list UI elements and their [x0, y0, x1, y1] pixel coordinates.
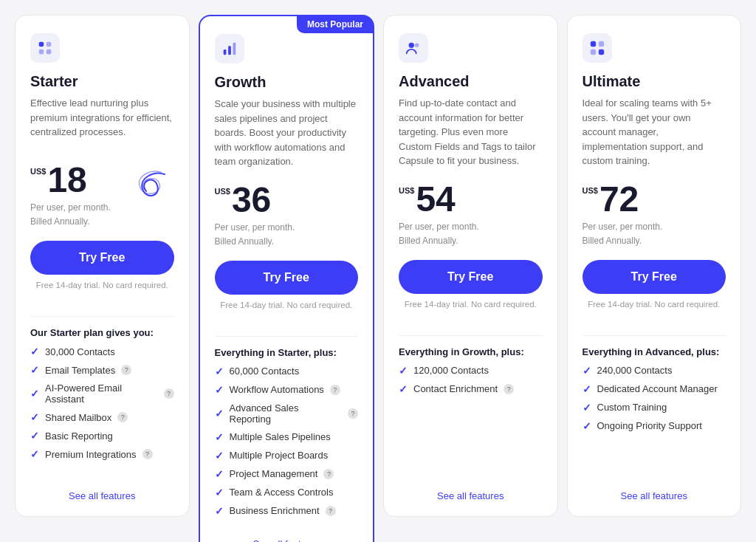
check-icon: ✓	[30, 448, 39, 460]
try-free-button-growth[interactable]: Try Free	[215, 261, 359, 295]
try-free-button-ultimate[interactable]: Try Free	[583, 260, 726, 294]
trial-note-ultimate: Free 14-day trial. No card required.	[583, 300, 726, 309]
check-icon: ✓	[30, 364, 39, 376]
see-all-link-growth[interactable]: See all features	[215, 524, 359, 542]
feature-text: Multiple Project Boards	[230, 450, 329, 461]
feature-item: ✓ Email Templates ?	[30, 364, 174, 376]
see-all-link-ultimate[interactable]: See all features	[583, 476, 726, 501]
plan-description-growth: Scale your business with multiple sales …	[215, 97, 359, 169]
feature-text: Project Management	[230, 468, 318, 479]
starter-icon	[30, 33, 60, 63]
feature-text: 240,000 Contacts	[597, 365, 673, 376]
feature-text: Premium Integrations	[45, 449, 137, 460]
trial-note-starter: Free 14-day trial. No card required.	[30, 281, 174, 289]
feature-list-starter: ✓ 30,000 Contacts ✓ Email Templates ? ✓ …	[30, 346, 174, 476]
info-icon[interactable]: ?	[323, 469, 334, 479]
plan-description-advanced: Find up-to-date contact and account info…	[399, 96, 543, 168]
feature-text: Contact Enrichment	[413, 383, 498, 394]
feature-text: Team & Access Controls	[230, 487, 334, 498]
feature-item: ✓ Basic Reporting	[30, 430, 174, 442]
feature-list-growth: ✓ 60,000 Contacts ✓ Workflow Automations…	[215, 366, 359, 524]
pricing-card-ultimate: Ultimate Ideal for scaling teams with 5+…	[567, 15, 742, 517]
svg-rect-1	[47, 42, 51, 47]
feature-text: Ongoing Priority Support	[597, 420, 702, 431]
svg-rect-3	[47, 49, 51, 54]
currency-starter: US$	[30, 167, 46, 176]
plan-name-growth: Growth	[215, 74, 359, 91]
see-all-link-advanced[interactable]: See all features	[399, 476, 543, 501]
info-icon[interactable]: ?	[164, 388, 174, 399]
plan-description-starter: Effective lead nurturing plus premium in…	[30, 96, 174, 149]
see-all-link-starter[interactable]: See all features	[30, 476, 174, 501]
feature-item: ✓ Contact Enrichment ?	[399, 383, 543, 395]
plan-name-advanced: Advanced	[399, 73, 543, 90]
svg-rect-9	[590, 41, 595, 47]
try-free-button-advanced[interactable]: Try Free	[399, 260, 543, 294]
feature-item: ✓ 120,000 Contacts	[399, 365, 543, 377]
check-icon: ✓	[583, 420, 591, 432]
feature-text: Basic Reporting	[45, 430, 113, 442]
advanced-icon	[399, 33, 428, 63]
feature-item: ✓ Custom Training	[583, 402, 726, 414]
try-free-button-starter[interactable]: Try Free	[30, 241, 174, 275]
features-title-ultimate: Everything in Advanced, plus:	[583, 346, 726, 357]
scribble-decoration	[124, 163, 176, 218]
check-icon: ✓	[215, 468, 224, 480]
info-icon[interactable]: ?	[121, 365, 131, 375]
info-icon[interactable]: ?	[326, 506, 336, 516]
price-amount-starter: 18	[47, 162, 86, 198]
trial-note-advanced: Free 14-day trial. No card required.	[399, 300, 543, 309]
feature-item: ✓ Team & Access Controls	[215, 487, 359, 498]
feature-item: ✓ Project Management ?	[215, 468, 359, 480]
plan-name-ultimate: Ultimate	[583, 73, 726, 90]
feature-text: Shared Mailbox	[45, 412, 111, 423]
feature-text: Business Enrichment	[230, 505, 320, 516]
feature-text: Email Templates	[45, 365, 115, 376]
feature-item: ✓ Multiple Project Boards	[215, 450, 359, 462]
svg-rect-6	[233, 43, 236, 55]
feature-item: ✓ 60,000 Contacts	[215, 366, 359, 377]
check-icon: ✓	[30, 411, 39, 423]
svg-rect-4	[223, 49, 226, 55]
pricing-card-growth: Most Popular Growth Scale your business …	[199, 15, 375, 542]
feature-item: ✓ Workflow Automations ?	[215, 384, 359, 396]
check-icon: ✓	[30, 388, 39, 399]
feature-item: ✓ Ongoing Priority Support	[583, 420, 726, 432]
feature-text: AI-Powered Email Assistant	[45, 383, 158, 405]
feature-text: Dedicated Account Manager	[597, 383, 718, 394]
ultimate-icon	[583, 33, 612, 63]
check-icon: ✓	[399, 365, 408, 377]
currency-ultimate: US$	[583, 186, 598, 195]
currency-advanced: US$	[399, 186, 414, 195]
info-icon[interactable]: ?	[117, 412, 128, 422]
feature-list-advanced: ✓ 120,000 Contacts ✓ Contact Enrichment …	[399, 365, 543, 476]
divider-ultimate	[583, 335, 726, 336]
feature-item: ✓ Business Enrichment ?	[215, 505, 359, 517]
price-amount-growth: 36	[232, 182, 271, 218]
info-icon[interactable]: ?	[348, 408, 358, 419]
features-title-starter: Our Starter plan gives you:	[30, 327, 174, 338]
check-icon: ✓	[583, 365, 591, 377]
price-row-growth: US$ 36	[215, 182, 359, 218]
svg-point-8	[415, 44, 419, 48]
svg-rect-2	[39, 49, 44, 54]
feature-list-ultimate: ✓ 240,000 Contacts ✓ Dedicated Account M…	[583, 365, 726, 476]
feature-text: 60,000 Contacts	[230, 366, 300, 377]
svg-rect-0	[39, 42, 44, 47]
growth-icon	[215, 34, 244, 64]
info-icon[interactable]: ?	[142, 449, 153, 459]
divider-advanced	[399, 335, 543, 336]
feature-item: ✓ 240,000 Contacts	[583, 365, 726, 377]
info-icon[interactable]: ?	[330, 385, 340, 395]
price-row-ultimate: US$ 72	[583, 182, 726, 217]
feature-text: Advanced Sales Reporting	[230, 402, 343, 425]
info-icon[interactable]: ?	[504, 384, 514, 394]
feature-text: Custom Training	[597, 402, 667, 413]
feature-item: ✓ Multiple Sales Pipelines	[215, 431, 359, 443]
features-title-growth: Everything in Starter, plus:	[215, 347, 359, 358]
feature-item: ✓ Shared Mailbox ?	[30, 411, 174, 423]
feature-text: 120,000 Contacts	[413, 365, 489, 376]
check-icon: ✓	[399, 383, 408, 395]
price-meta-ultimate: Per user, per month.Billed Annually.	[583, 220, 726, 248]
check-icon: ✓	[30, 346, 39, 357]
